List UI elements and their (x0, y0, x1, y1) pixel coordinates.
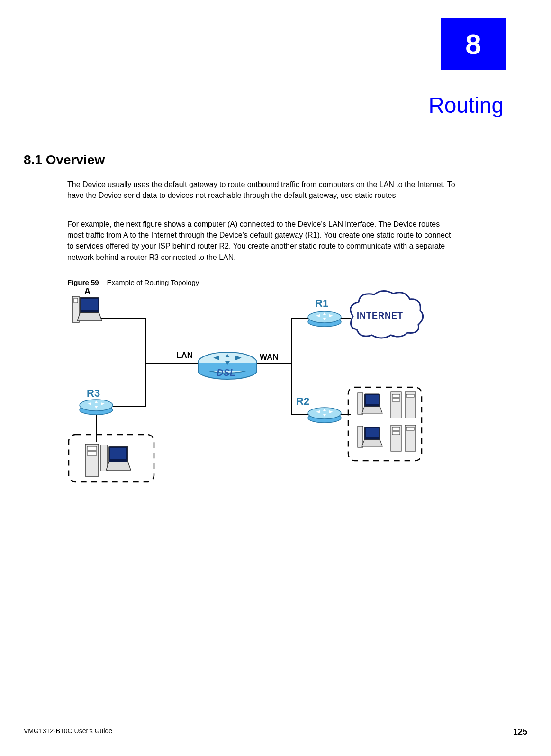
svg-rect-47 (392, 432, 400, 435)
label-r1: R1 (315, 297, 328, 309)
server-pc-right-bottom-icon (358, 425, 416, 451)
server-pc-right-top-icon (358, 392, 416, 418)
svg-rect-36 (366, 395, 379, 404)
paragraph-overview-1: The Device usually uses the default gate… (67, 179, 458, 201)
paragraph-overview-2: For example, the next figure shows a com… (67, 219, 458, 263)
label-wan: WAN (260, 353, 279, 362)
svg-rect-49 (406, 427, 414, 430)
svg-rect-14 (74, 298, 78, 303)
router-r2-icon (308, 408, 341, 423)
router-r3-icon (80, 400, 113, 415)
svg-rect-16 (81, 299, 98, 310)
svg-rect-21 (87, 452, 97, 455)
svg-rect-39 (392, 399, 400, 401)
label-internet: INTERNET (357, 311, 403, 320)
footer-page-number: 125 (513, 727, 527, 737)
label-lan: LAN (176, 351, 193, 360)
chapter-number: 8 (465, 28, 481, 61)
routing-topology-figure: A R3 DSL LAN WAN (64, 288, 424, 491)
chapter-title: Routing (428, 92, 504, 118)
figure-caption-text: Example of Routing Topology (107, 278, 199, 286)
footer-guide-name: VMG1312-B10C User's Guide (24, 727, 112, 737)
svg-rect-38 (392, 394, 400, 397)
computer-a-icon (72, 296, 102, 322)
figure-label: Figure 59 (67, 278, 99, 286)
figure-caption: Figure 59 Example of Routing Topology (67, 278, 199, 286)
svg-rect-44 (366, 428, 379, 437)
label-dsl: DSL (217, 367, 235, 378)
svg-rect-34 (358, 393, 363, 414)
router-r1-icon (308, 311, 341, 327)
svg-rect-46 (392, 427, 400, 430)
svg-rect-24 (110, 448, 126, 459)
section-heading: 8.1 Overview (24, 152, 105, 168)
label-r2: R2 (296, 395, 309, 407)
page-footer: VMG1312-B10C User's Guide 125 (24, 723, 527, 737)
label-a: A (84, 288, 90, 296)
svg-rect-41 (406, 394, 414, 397)
chapter-badge: 8 (441, 18, 506, 70)
svg-rect-22 (101, 445, 108, 471)
svg-rect-20 (87, 446, 97, 450)
svg-rect-42 (358, 426, 363, 447)
server-pc-left-icon (85, 444, 131, 476)
label-r3: R3 (87, 387, 100, 399)
